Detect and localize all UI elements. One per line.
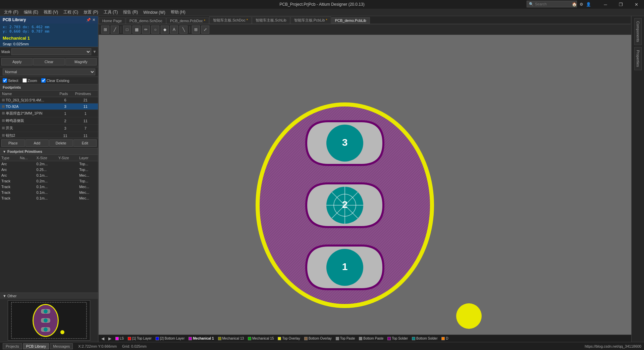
prim-ysize: [57, 161, 78, 167]
layer-mech1-label: Mechanical 1: [193, 337, 214, 340]
primitives-scroll[interactable]: Type Na... X-Size Y-Size Layer Arc 0.2m.…: [0, 155, 98, 293]
tab-pcblib2[interactable]: PCB_demo.PcbLib: [331, 17, 370, 24]
clear-existing-checkbox-label[interactable]: Clear Existing: [41, 78, 69, 83]
layer-scroll-right[interactable]: ▶: [107, 336, 113, 341]
primitive-row[interactable]: Track 0.1m... Mec...: [0, 190, 98, 195]
layer-bottom-solder[interactable]: Bottom Solder: [411, 337, 439, 340]
mask-label: Mask: [1, 50, 10, 54]
menu-edit[interactable]: 编辑 (E): [21, 9, 41, 15]
tab-home[interactable]: Home Page: [99, 17, 125, 24]
delete-button[interactable]: Delete: [49, 139, 73, 147]
line-button[interactable]: ╲: [179, 26, 187, 34]
chart-button[interactable]: ▦: [132, 26, 141, 34]
footprint-row[interactable]: 蜂鸣器侧装 2 11: [0, 117, 98, 125]
mode-select[interactable]: Normal Highlight Mask Dim: [3, 69, 95, 75]
prim-layer: Mec...: [78, 190, 98, 195]
place-button[interactable]: Place: [1, 139, 25, 147]
primitive-row[interactable]: Track 0.1m... Mec...: [0, 184, 98, 190]
tab-messages[interactable]: Messages: [50, 343, 73, 349]
search-box[interactable]: 🔍: [527, 1, 577, 7]
select-checkbox[interactable]: [3, 78, 7, 83]
layer-bottom[interactable]: [2] Bottom Layer: [154, 337, 186, 340]
user-icon[interactable]: 👤: [586, 2, 591, 7]
panel-close-icon[interactable]: ✕: [92, 18, 95, 22]
prim-xsize: 0.1m...: [35, 190, 57, 195]
clear-existing-checkbox[interactable]: [41, 78, 46, 83]
menu-place[interactable]: 放置 (P): [81, 9, 101, 15]
layer-mech1[interactable]: Mechanical 1: [187, 337, 215, 340]
menu-view[interactable]: 视图 (V): [41, 9, 61, 15]
footprint-row[interactable]: 钮扣2 11 11: [0, 132, 98, 138]
draw-line-button[interactable]: ╱: [111, 26, 119, 34]
pin-button[interactable]: ◆: [161, 26, 169, 34]
layer-top-paste[interactable]: Top Paste: [334, 337, 356, 340]
maximize-button[interactable]: ❐: [613, 0, 629, 9]
clear-button[interactable]: Clear: [33, 58, 64, 65]
paint-button[interactable]: ✏: [142, 26, 150, 34]
magnify-button[interactable]: Magnify: [65, 58, 97, 65]
menu-window[interactable]: Window (W): [141, 10, 168, 15]
panel-pin-icon[interactable]: 📌: [86, 18, 91, 22]
tab-projects[interactable]: Projects: [3, 343, 22, 349]
primitive-row[interactable]: Track 0.1m... Mec...: [0, 195, 98, 201]
layer-mech15[interactable]: Mechanical 15: [247, 337, 275, 340]
tab-schlib[interactable]: 智能车主板.SchLib: [252, 16, 290, 24]
grid-button[interactable]: ⊞: [192, 26, 200, 34]
search-input[interactable]: [535, 2, 575, 6]
tab-pcblib[interactable]: 智能车主板.PcbLib *: [290, 16, 331, 24]
menu-file[interactable]: 文件 (F): [1, 9, 21, 15]
rect-button[interactable]: □: [123, 26, 131, 34]
zoom-checkbox-label[interactable]: Zoom: [22, 78, 37, 83]
mask-select[interactable]: [11, 48, 91, 55]
tab-pcb-library[interactable]: PCB Library: [23, 343, 49, 349]
primitive-row[interactable]: Track 0.2m... Top...: [0, 178, 98, 184]
tab-pcbdoc[interactable]: PCB_demo.PcbDoc *: [166, 17, 209, 24]
footprint-row[interactable]: TO-92A 3 11: [0, 103, 98, 110]
right-tab-properties[interactable]: Properties: [634, 47, 642, 70]
tab-schdoc2[interactable]: 智能车主板.SchDoc *: [209, 16, 252, 24]
text-button[interactable]: A: [170, 26, 178, 34]
apply-button[interactable]: Apply: [1, 58, 33, 65]
menu-reports[interactable]: 报告 (R): [120, 9, 141, 15]
footprints-header: Footprints: [0, 84, 98, 91]
fp-primitives: 11: [73, 117, 98, 125]
fp-col-pads: Pads: [58, 91, 73, 97]
layer-mech13[interactable]: Mechanical 13: [217, 337, 245, 340]
home-icon[interactable]: 🏠: [572, 2, 577, 7]
layer-top-overlay[interactable]: Top Overlay: [276, 337, 301, 340]
minimize-button[interactable]: ─: [598, 0, 613, 9]
footprint-row[interactable]: 开关 3 7: [0, 125, 98, 132]
filter-button[interactable]: ⊞: [101, 26, 109, 34]
zoom-checkbox[interactable]: [22, 78, 27, 83]
footprint-row[interactable]: TO_263_5(10.5*8.4M... 6 21: [0, 97, 98, 103]
select-checkbox-label[interactable]: Select: [3, 78, 18, 83]
primitive-row[interactable]: Arc 0.1m... Mec...: [0, 173, 98, 178]
layer-ls[interactable]: LS: [114, 337, 125, 340]
layer-top-solder[interactable]: Top Solder: [386, 337, 409, 340]
menu-project[interactable]: 工程 (C): [61, 9, 81, 15]
menu-help[interactable]: 帮助 (H): [168, 9, 188, 15]
layer-scroll-left[interactable]: ◀: [100, 336, 106, 341]
layer-top[interactable]: [1] Top Layer: [126, 337, 153, 340]
prim-layer: Mec...: [78, 184, 98, 190]
footprints-section: Footprints Name Pads Primitives TO_263_5…: [0, 84, 98, 138]
add-button[interactable]: Add: [25, 139, 49, 147]
tab-schdoc[interactable]: PCB_demo.SchDoc: [126, 17, 166, 24]
settings-icon[interactable]: ⚙: [580, 2, 583, 7]
primitive-row[interactable]: Arc 0.2m... Top...: [0, 161, 98, 167]
titlebar-right-icons: 🏠 ⚙ 👤: [572, 0, 594, 9]
clear-existing-label: Clear Existing: [47, 79, 69, 83]
circle-button[interactable]: ○: [151, 26, 159, 34]
expand-button[interactable]: ⤢: [201, 26, 209, 34]
primitive-row[interactable]: Arc 0.25... Top...: [0, 167, 98, 173]
layer-top-solder-color: [387, 337, 391, 340]
footprint-row[interactable]: 单面焊盘2*3MM_1PIN 1 1: [0, 110, 98, 117]
footprints-table-container[interactable]: Name Pads Primitives TO_263_5(10.5*8.4M.…: [0, 91, 98, 138]
close-button[interactable]: ✕: [629, 0, 644, 9]
layer-bottom-paste[interactable]: Bottom Paste: [358, 337, 385, 340]
menu-tools[interactable]: 工具 (T): [101, 9, 121, 15]
layer-d[interactable]: D: [440, 337, 449, 340]
layer-bottom-overlay[interactable]: Bottom Overlay: [303, 337, 333, 340]
right-tab-components[interactable]: Components: [634, 18, 642, 45]
edit-button[interactable]: Edit: [73, 139, 97, 147]
